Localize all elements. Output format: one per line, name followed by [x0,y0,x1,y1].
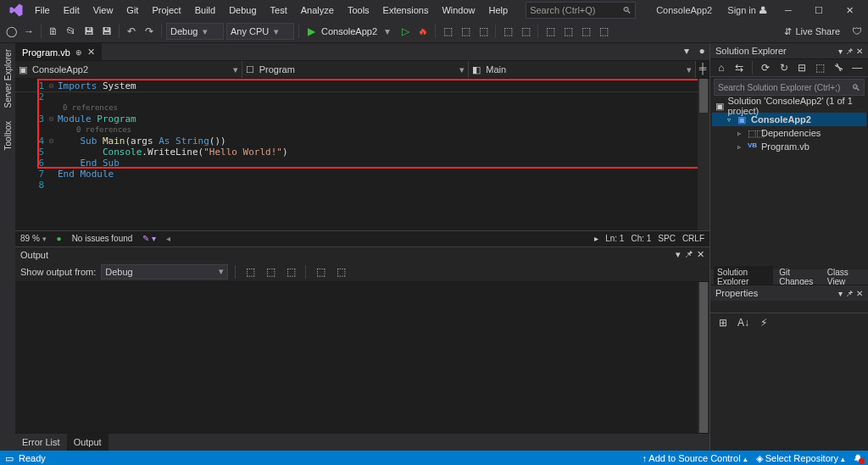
out-goto-icon[interactable]: ⬚ [313,264,328,280]
start-target-label[interactable]: ConsoleApp2 [321,26,377,36]
menu-build[interactable]: Build [189,3,221,18]
pin-icon[interactable]: 📌︎ [845,289,854,298]
start-dropdown-icon[interactable]: ▾ [380,24,395,39]
browse-icon[interactable]: ⬚ [458,24,473,39]
undo-icon[interactable]: ↶ [124,24,139,39]
start-no-debug-icon[interactable]: ▷ [398,24,413,39]
nav-fwd-icon[interactable]: → [21,24,36,39]
se-preview-icon[interactable]: — [849,60,865,75]
line-ending[interactable]: CRLF [682,234,704,243]
bookmark4-icon[interactable]: ⬚ [596,24,611,39]
tree-dependencies[interactable]: ▹ ⬚⬚ Dependencies [712,126,866,140]
output-text-area[interactable] [15,282,709,434]
nav-member-dropdown[interactable]: ◧ Main▾ [469,61,696,78]
platform-dropdown[interactable]: Any CPU▾ [226,23,294,40]
uncomment-icon[interactable]: ⬚ [518,24,533,39]
close-panel-icon[interactable]: ✕ [856,289,863,298]
code-editor[interactable]: 1⊟Imports System 2 0 references 3⊟Module… [15,79,709,230]
notifications-icon[interactable]: 🔔︎ [854,453,863,463]
fold-icon[interactable]: ⊟ [49,80,58,91]
pin-icon[interactable]: 📌︎ [684,249,693,260]
brush-icon[interactable]: ✎ ▾ [142,234,156,243]
indent-mode[interactable]: SPC [658,234,676,243]
signin-button[interactable]: Sign in 👤︎ [727,5,768,15]
find-icon[interactable]: ⬚ [476,24,491,39]
save-all-icon[interactable]: 💾︎ [99,24,114,39]
nav-type-dropdown[interactable]: ☐ Program▾ [242,61,470,78]
menu-file[interactable]: File [29,3,56,18]
tab-error-list[interactable]: Error List [15,434,67,451]
menu-project[interactable]: Project [146,3,186,18]
zoom-level[interactable]: 89 % ▾ [20,234,47,243]
preview-changes-icon[interactable]: ▾ [679,43,694,58]
nav-project-dropdown[interactable]: ▣ ConsoleApp2▾ [15,61,242,78]
nav-back-icon[interactable]: ◯ [3,24,19,39]
select-repository-button[interactable]: ◈ Select Repository ▴ [756,453,845,464]
menu-git[interactable]: Git [120,3,144,18]
tree-solution[interactable]: ▣ Solution 'ConsoleApp2' (1 of 1 project… [712,99,866,113]
tab-program-vb[interactable]: Program.vb ⊕ ✕ [15,43,102,60]
add-to-source-control-button[interactable]: ↑ Add to Source Control ▴ [642,453,747,463]
props-alpha-icon[interactable]: A↓ [736,315,751,330]
menu-extensions[interactable]: Extensions [377,3,435,18]
panel-menu-icon[interactable]: ▾ [838,47,843,56]
codelens-references[interactable]: 0 references [15,102,709,113]
new-project-icon[interactable]: 🗎︎ [46,24,61,39]
se-refresh-icon[interactable]: ↻ [776,60,792,75]
se-properties-icon[interactable]: 🔧︎ [832,60,847,75]
start-debug-icon[interactable]: ▶ [303,24,319,39]
split-editor-icon[interactable]: ╪ [696,61,709,76]
out-toggle-icon[interactable]: ⬚ [283,264,298,280]
menu-window[interactable]: Window [436,3,481,18]
close-window-button[interactable]: ✕ [834,0,865,20]
fold-icon[interactable]: ⊟ [49,113,58,125]
expand-icon[interactable]: ▹ [737,143,744,151]
output-source-dropdown[interactable]: Debug▾ [101,264,228,280]
menu-view[interactable]: View [87,3,120,18]
close-tab-icon[interactable]: ✕ [87,47,95,58]
panel-menu-icon[interactable]: ▾ [838,289,843,298]
close-panel-icon[interactable]: ✕ [697,249,704,260]
issues-label[interactable]: No issues found [72,234,133,243]
admin-icon[interactable]: 🛡︎ [849,24,865,39]
pin-icon[interactable]: ⊕ [75,48,82,57]
menu-tools[interactable]: Tools [342,3,376,18]
se-collapse-icon[interactable]: ⊟ [794,60,810,75]
menu-test[interactable]: Test [264,3,293,18]
comment-icon[interactable]: ⬚ [500,24,515,39]
expand-icon[interactable]: ▹ [737,130,744,137]
se-showall-icon[interactable]: ⬚ [813,60,828,75]
output-scrollbar[interactable] [698,282,709,434]
menu-analyze[interactable]: Analyze [295,3,340,18]
out-wrap-icon[interactable]: ⬚ [263,264,278,280]
props-events-icon[interactable]: ⚡︎ [756,315,771,330]
panel-menu-icon[interactable]: ▾ [676,249,681,260]
solution-search-input[interactable]: Search Solution Explorer (Ctrl+;) 🔍︎ [714,79,865,96]
bookmark-icon[interactable]: ⬚ [542,24,558,39]
editor-scrollbar[interactable] [698,79,709,230]
tree-file-program[interactable]: ▹ VB Program.vb [712,140,866,153]
server-explorer-tab[interactable]: Server Explorer [3,47,14,110]
close-panel-icon[interactable]: ✕ [856,47,863,56]
bookmark2-icon[interactable]: ⬚ [560,24,576,39]
step-icon[interactable]: ⬚ [440,24,455,39]
props-categorized-icon[interactable]: ⊞ [715,315,731,330]
save-icon[interactable]: 💾︎ [81,24,97,39]
menu-help[interactable]: Help [483,3,515,18]
global-search-input[interactable]: Search (Ctrl+Q) 🔍︎ [526,2,636,19]
minimize-button[interactable]: ─ [773,0,804,20]
out-clearall-icon[interactable]: ⬚ [333,264,348,280]
redo-icon[interactable]: ↷ [142,24,157,39]
collapse-icon[interactable]: ▿ [727,116,734,124]
se-sync-icon[interactable]: ⟳ [758,60,773,75]
menu-edit[interactable]: Edit [58,3,86,18]
open-icon[interactable]: 📂︎ [64,24,79,39]
menu-debug[interactable]: Debug [223,3,262,18]
live-share-button[interactable]: ⇵Live Share [784,26,840,37]
toolbox-tab[interactable]: Toolbox [3,119,14,152]
fold-icon[interactable]: ⊟ [49,136,58,147]
se-home-icon[interactable]: ⌂ [714,60,729,75]
tab-output[interactable]: Output [67,434,108,451]
solution-config-dropdown[interactable]: Debug▾ [166,23,224,40]
pin-icon[interactable]: 📌︎ [845,47,854,56]
